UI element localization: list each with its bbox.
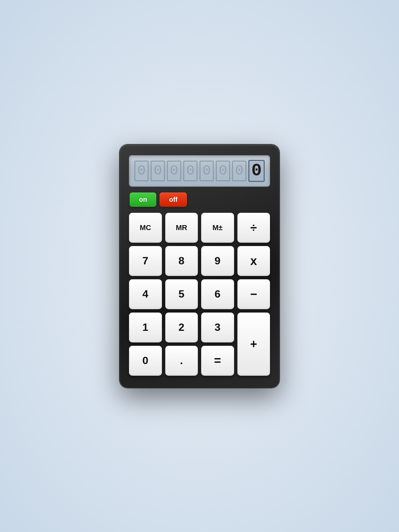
button-mplus[interactable]: M± <box>201 213 234 243</box>
button-mc[interactable]: MC <box>129 213 162 243</box>
keypad: MC MR M± ÷ 7 8 9 x 4 5 6 − 1 2 3 + 0 . = <box>129 213 270 376</box>
button-multiply[interactable]: x <box>237 246 270 276</box>
calculator-body: 0 0 0 0 0 0 0 0 on off MC MR M± ÷ <box>120 145 279 388</box>
button-equals[interactable]: = <box>201 346 234 376</box>
display-digit-5: 0 <box>200 161 214 181</box>
power-controls: on off <box>129 193 270 207</box>
display-digit-2: 0 <box>151 161 165 181</box>
display-digit-3: 0 <box>167 161 181 181</box>
display-digit-1: 0 <box>134 161 149 181</box>
button-3[interactable]: 3 <box>201 313 234 342</box>
button-2[interactable]: 2 <box>165 313 198 342</box>
button-5[interactable]: 5 <box>165 279 198 309</box>
button-6[interactable]: 6 <box>201 279 234 309</box>
button-divide[interactable]: ÷ <box>237 213 270 243</box>
button-decimal[interactable]: . <box>165 346 198 376</box>
display-digit-active: 0 <box>248 160 265 182</box>
button-7[interactable]: 7 <box>129 246 162 276</box>
button-0[interactable]: 0 <box>129 346 162 376</box>
button-subtract[interactable]: − <box>237 279 270 309</box>
button-9[interactable]: 9 <box>201 246 234 276</box>
button-4[interactable]: 4 <box>129 279 162 309</box>
button-8[interactable]: 8 <box>165 246 198 276</box>
off-button[interactable]: off <box>160 193 187 207</box>
display-digit-6: 0 <box>216 161 230 181</box>
button-1[interactable]: 1 <box>129 313 162 342</box>
display-digit-4: 0 <box>183 161 198 181</box>
button-mr[interactable]: MR <box>165 213 198 243</box>
display-digit-7: 0 <box>232 161 246 181</box>
button-add[interactable]: + <box>237 313 270 376</box>
calculator-display: 0 0 0 0 0 0 0 0 <box>129 155 270 187</box>
on-button[interactable]: on <box>130 193 156 207</box>
